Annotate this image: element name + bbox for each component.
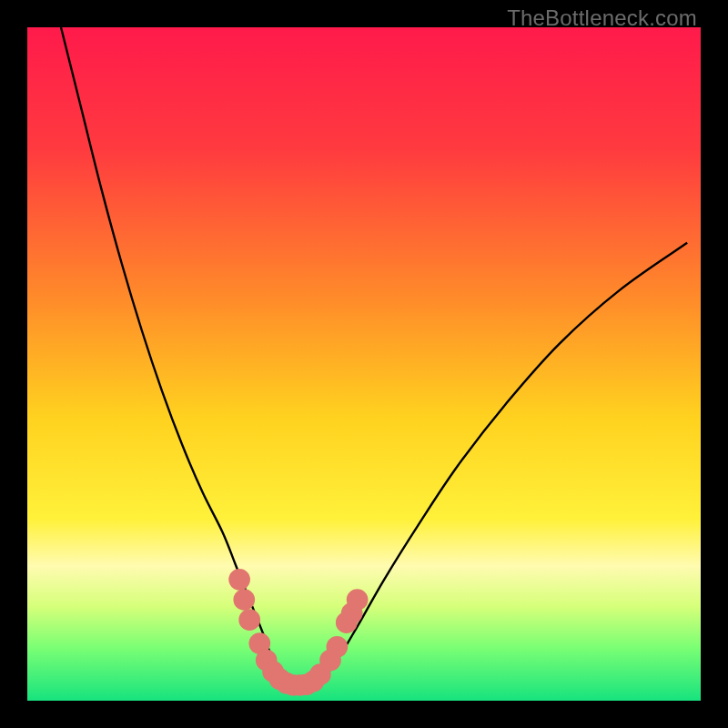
data-marker — [233, 589, 255, 611]
outer-frame: TheBottleneck.com — [0, 0, 728, 728]
plot-area — [27, 27, 701, 701]
data-marker — [238, 609, 260, 631]
data-marker — [327, 636, 349, 658]
bottleneck-chart — [27, 27, 701, 701]
data-marker — [228, 569, 250, 591]
data-marker — [347, 589, 369, 611]
